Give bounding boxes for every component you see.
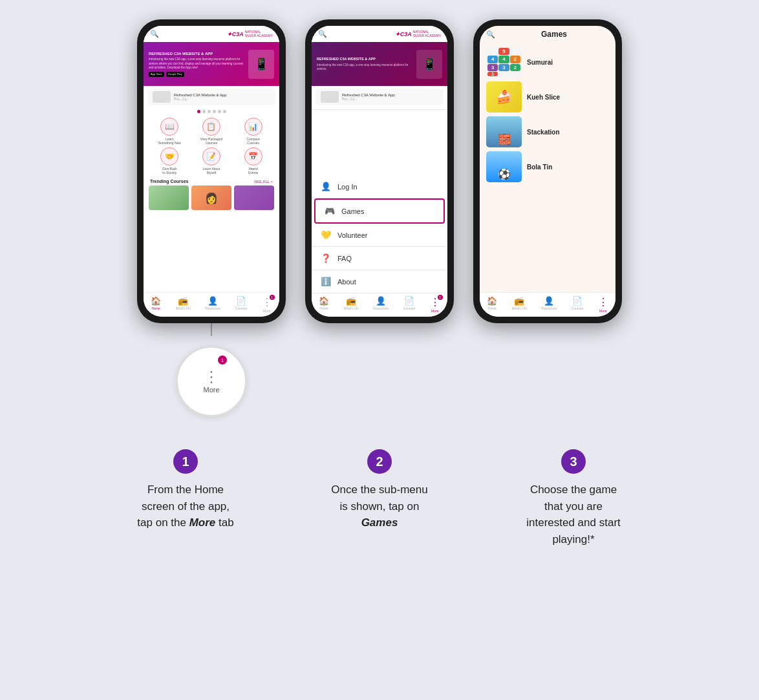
p2-nav-whatson[interactable]: 📻 What's On <box>344 296 359 313</box>
course-thumb-3 <box>234 186 274 210</box>
menu-volunteer[interactable]: 💛 Volunteer <box>312 224 447 247</box>
step-1-text: From the Homescreen of the app,tap on th… <box>137 482 233 531</box>
menu-login[interactable]: 👤 Log In <box>312 175 447 198</box>
menu-faq[interactable]: ❓ FAQ <box>312 247 447 270</box>
bola-thumb: ⚽ <box>486 151 522 182</box>
p3-resources-icon: 👤 <box>544 296 554 306</box>
whatson-icon: 📻 <box>178 296 188 306</box>
games-list: 5 4 4 2 3 3 2 1 <box>480 43 615 186</box>
nav-resources-label: Resources <box>205 306 220 310</box>
p2-nav-home[interactable]: 🏠 Home <box>319 296 329 313</box>
phone1-screen: 🔍 ✦C3A NATIONALSILVER ACADEMY REFRESHED … <box>144 26 279 317</box>
icon-myself-label: Learn AboutMyself <box>203 167 220 175</box>
search-icon-p3[interactable]: 🔍 <box>486 30 495 39</box>
sumurai-5: 5 <box>498 48 509 55</box>
icon-society-label: Give Backto Society <box>162 167 177 175</box>
banner-desc: Introducing the new C3A app, a one-stop … <box>149 58 244 70</box>
p2-nav-more-label: More <box>431 309 438 313</box>
game-item-bola[interactable]: ⚽ Bola Tin <box>486 151 609 182</box>
nav-more[interactable]: ⋮ More 1 <box>262 296 272 313</box>
p2-nav-more[interactable]: ⋮ More 1 <box>430 296 440 313</box>
stackation-title: Stackation <box>527 129 560 136</box>
phone1-header: 🔍 ✦C3A NATIONALSILVER ACADEMY <box>144 26 279 42</box>
p3-nav-courses[interactable]: 📄 Courses <box>572 296 584 313</box>
see-all-link[interactable]: SEE ALL > <box>254 180 273 184</box>
game-item-sumurai[interactable]: 5 4 4 2 3 3 2 1 <box>486 47 609 78</box>
about-icon: ℹ️ <box>321 277 331 286</box>
national-label-p1: NATIONALSILVER ACADEMY <box>245 30 273 37</box>
trending-section: Trending Courses SEE ALL > <box>144 177 279 186</box>
p2-whatson-icon: 📻 <box>346 296 356 306</box>
p2-home-icon: 🏠 <box>319 296 329 306</box>
card-subtitle: Pro... Cy... <box>174 97 227 101</box>
p2-more-badge: 1 <box>438 295 443 300</box>
icon-courses: 📋 <box>202 118 220 136</box>
sumurai-thumb: 5 4 4 2 3 3 2 1 <box>486 47 522 78</box>
google-play-badge: Google Play <box>166 72 184 77</box>
p2-nav-resources[interactable]: 👤 Resources <box>373 296 389 313</box>
bola-title: Bola Tin <box>527 164 552 171</box>
menu-about[interactable]: ℹ️ About <box>312 270 447 293</box>
phone1-banner: REFRESHED C3A WEBSITE & APP Introducing … <box>144 42 279 86</box>
sumurai-3b: 3 <box>498 64 509 71</box>
step-2-circle: 2 <box>367 449 392 474</box>
icon-item-learn[interactable]: 📖 LearnSomething New <box>150 118 189 145</box>
more-badge: 1 <box>270 295 275 300</box>
sumurai-2a: 2 <box>510 56 520 63</box>
step-2-text: Once the sub-menuis shown, tap onGames <box>331 482 427 531</box>
p2-banner-body: Introducing the new C3A app, a one-stop … <box>317 63 412 72</box>
nav-resources[interactable]: 👤 Resources <box>205 296 220 313</box>
icon-events-label: AttendEvents <box>248 167 258 175</box>
login-icon: 👤 <box>321 182 331 191</box>
dot-2 <box>202 110 206 113</box>
p3-nav-resources[interactable]: 👤 Resources <box>541 296 557 313</box>
home-icon: 🏠 <box>151 296 161 306</box>
p3-courses-icon: 📄 <box>572 296 583 306</box>
menu-games[interactable]: 🎮 Games <box>314 198 445 224</box>
card-text-group: Refreshed C3A Website & App Pro... Cy... <box>174 93 227 101</box>
search-icon-p1[interactable]: 🔍 <box>150 30 159 38</box>
p3-more-icon: ⋮ <box>598 296 608 308</box>
p3-nav-more[interactable]: ⋮ More <box>598 296 608 313</box>
p3-nav-whatson[interactable]: 📻 What's On <box>512 296 527 313</box>
menu-login-label: Log In <box>337 183 358 191</box>
nav-home[interactable]: 🏠 Home <box>151 296 161 313</box>
icon-item-courses[interactable]: 📋 View PackagedCourses <box>192 118 231 145</box>
step-1-number: 1 <box>182 454 189 469</box>
icon-item-compare[interactable]: 📊 CompareCourses <box>233 118 273 145</box>
p3-nav-whatson-label: What's On <box>512 306 527 310</box>
carousel-dots <box>144 110 279 113</box>
sumurai-title: Sumurai <box>527 59 553 66</box>
nav-whatson[interactable]: 📻 What's On <box>176 296 191 313</box>
zoom-more-label: More <box>203 386 219 394</box>
step-1-circle: 1 <box>173 449 198 474</box>
app-store-badge: App Store <box>149 72 164 77</box>
search-icon-p2[interactable]: 🔍 <box>318 30 327 38</box>
zoom-connector <box>211 323 212 336</box>
course-thumb-2: 👩 <box>191 186 231 210</box>
icon-events: 📅 <box>244 147 262 165</box>
main-container: 🔍 ✦C3A NATIONALSILVER ACADEMY REFRESHED … <box>13 19 746 547</box>
phone1-icons-grid: 📖 LearnSomething New 📋 View PackagedCour… <box>144 115 279 177</box>
sumurai-4b: 4 <box>498 56 509 63</box>
icon-item-events[interactable]: 📅 AttendEvents <box>233 147 273 175</box>
game-item-kueh[interactable]: 🍰 Kueh Slice <box>486 81 609 112</box>
phone2-nav: 🏠 Home 📻 What's On 👤 Resources 📄 <box>312 292 447 317</box>
sumurai-3a: 3 <box>487 64 498 71</box>
nav-courses[interactable]: 📄 Courses <box>235 296 248 313</box>
resources-icon: 👤 <box>208 296 218 306</box>
icon-item-society[interactable]: 🤝 Give Backto Society <box>150 147 189 175</box>
faq-icon: ❓ <box>321 253 331 263</box>
icon-learn: 📖 <box>160 118 178 136</box>
nav-more-label: More <box>263 309 270 313</box>
p3-nav-home[interactable]: 🏠 Home <box>487 296 497 313</box>
icon-compare: 📊 <box>244 118 262 136</box>
p2-card-text-group: Refreshed C3A Website & App Pro... Cy... <box>342 93 395 101</box>
nav-courses-label: Courses <box>235 306 248 310</box>
p2-nav-resources-label: Resources <box>373 306 389 310</box>
p2-nav-courses[interactable]: 📄 Courses <box>403 296 416 313</box>
icon-item-myself[interactable]: 📝 Learn AboutMyself <box>192 147 231 175</box>
phone2-banner: REFRESHED C3A WEBSITE & APP Introducing … <box>312 42 447 86</box>
game-item-stackation[interactable]: 🧱 Stackation <box>486 116 609 147</box>
phone2-card: Refreshed C3A Website & App Pro... Cy... <box>315 89 444 105</box>
